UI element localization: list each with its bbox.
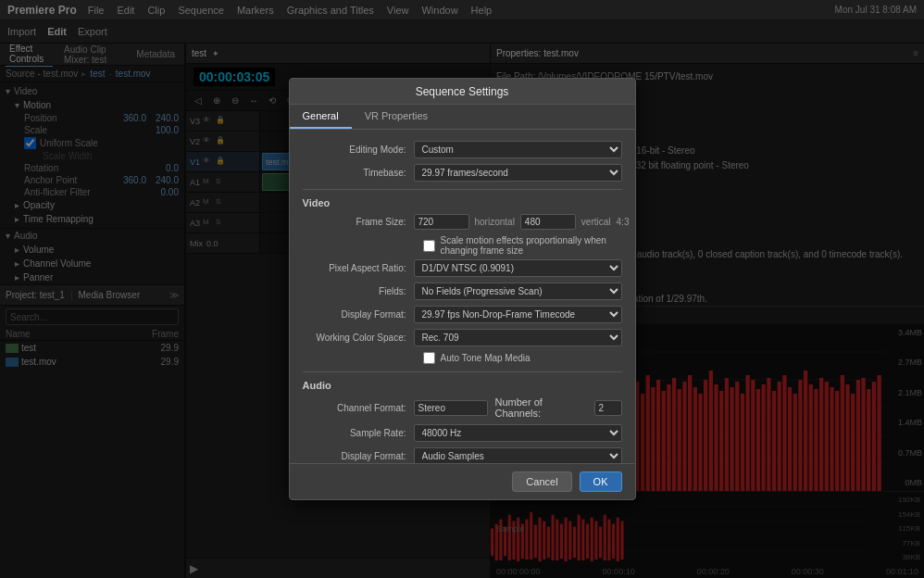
scale-motion-row: Scale motion effects proportionally when…	[303, 235, 622, 256]
frame-size-width-input[interactable]	[414, 214, 469, 230]
dialog-overlay: Sequence Settings General VR Properties …	[0, 0, 924, 578]
working-color-label: Working Color Space:	[303, 333, 414, 343]
sequence-dialog: Sequence Settings General VR Properties …	[289, 78, 636, 500]
channel-format-control: Number of Channels:	[414, 396, 622, 419]
divider-1	[303, 189, 622, 190]
dialog-body: Editing Mode: Custom Timebase: 29.97 fra…	[290, 130, 635, 463]
working-color-select[interactable]: Rec. 709	[414, 329, 622, 346]
editing-mode-label: Editing Mode:	[303, 144, 414, 155]
fields-control: No Fields (Progressive Scan)	[414, 283, 622, 300]
audio-section-title: Audio	[303, 380, 622, 391]
dialog-title: Sequence Settings	[290, 79, 635, 105]
video-section-title: Video	[303, 197, 622, 208]
timebase-row: Timebase: 29.97 frames/second	[303, 164, 622, 182]
working-color-row: Working Color Space: Rec. 709	[303, 329, 622, 346]
timebase-control: 29.97 frames/second	[414, 164, 622, 182]
timebase-label: Timebase:	[303, 168, 414, 178]
sample-rate-control: 48000 Hz	[414, 424, 622, 442]
frame-size-label: Frame Size:	[303, 217, 414, 227]
auto-tone-row: Auto Tone Map Media	[303, 352, 622, 364]
tab-vr-properties[interactable]: VR Properties	[352, 105, 441, 129]
divider-2	[303, 371, 622, 372]
audio-display-control: Audio Samples	[414, 447, 622, 463]
scale-motion-checkbox[interactable]	[423, 240, 435, 252]
num-channels-input[interactable]	[594, 400, 622, 416]
audio-display-row: Display Format: Audio Samples	[303, 447, 622, 463]
frame-horizontal-label: horizontal	[475, 217, 515, 227]
pixel-aspect-select[interactable]: D1/DV NTSC (0.9091)	[414, 259, 622, 277]
cancel-button[interactable]: Cancel	[512, 471, 571, 492]
dialog-tabs: General VR Properties	[290, 105, 635, 130]
timebase-select[interactable]: 29.97 frames/second	[414, 164, 622, 182]
audio-display-label: Display Format:	[303, 451, 414, 461]
frame-vertical-label: vertical	[581, 217, 611, 227]
scale-motion-label: Scale motion effects proportionally when…	[441, 235, 622, 256]
dialog-footer: Cancel OK	[290, 463, 635, 499]
auto-tone-checkbox[interactable]	[423, 352, 435, 364]
pixel-aspect-label: Pixel Aspect Ratio:	[303, 263, 414, 273]
working-color-control: Rec. 709	[414, 329, 622, 346]
channel-format-label: Channel Format:	[303, 403, 414, 413]
frame-size-height-input[interactable]	[520, 214, 576, 230]
pixel-aspect-control: D1/DV NTSC (0.9091)	[414, 259, 622, 277]
sample-rate-row: Sample Rate: 48000 Hz	[303, 424, 622, 442]
pixel-aspect-row: Pixel Aspect Ratio: D1/DV NTSC (0.9091)	[303, 259, 622, 277]
sample-rate-select[interactable]: 48000 Hz	[414, 424, 622, 442]
fields-label: Fields:	[303, 286, 414, 296]
num-channels-label: Number of Channels:	[495, 396, 587, 419]
display-format-control: 29.97 fps Non-Drop-Frame Timecode	[414, 306, 622, 323]
sample-rate-label: Sample Rate:	[303, 428, 414, 438]
frame-ratio-label: 4:3	[617, 217, 630, 227]
tab-general[interactable]: General	[290, 105, 352, 129]
frame-size-control: horizontal vertical 4:3	[414, 214, 630, 230]
audio-display-select[interactable]: Audio Samples	[414, 447, 622, 463]
fields-select[interactable]: No Fields (Progressive Scan)	[414, 283, 622, 300]
display-format-select[interactable]: 29.97 fps Non-Drop-Frame Timecode	[414, 306, 622, 323]
fields-row: Fields: No Fields (Progressive Scan)	[303, 283, 622, 300]
channel-format-input[interactable]	[414, 400, 488, 416]
auto-tone-label: Auto Tone Map Media	[441, 353, 531, 363]
editing-mode-control: Custom	[414, 141, 622, 158]
frame-size-row: Frame Size: horizontal vertical 4:3	[303, 214, 622, 230]
ok-button[interactable]: OK	[580, 471, 622, 492]
editing-mode-select[interactable]: Custom	[414, 141, 622, 158]
channel-format-row: Channel Format: Number of Channels:	[303, 396, 622, 419]
editing-mode-row: Editing Mode: Custom	[303, 141, 622, 158]
display-format-row: Display Format: 29.97 fps Non-Drop-Frame…	[303, 306, 622, 323]
display-format-label: Display Format:	[303, 309, 414, 320]
